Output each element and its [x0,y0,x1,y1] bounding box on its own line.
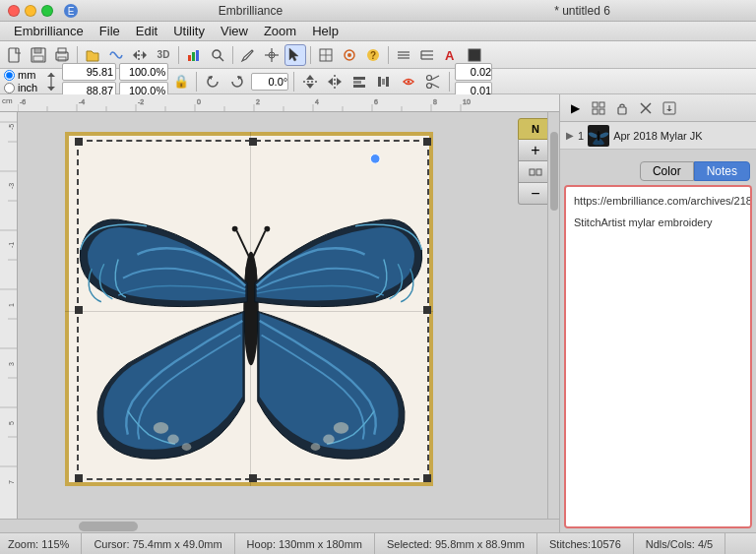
grid-button[interactable] [315,44,337,66]
chart-button[interactable] [183,44,205,66]
svg-text:-6: -6 [20,98,26,105]
svg-text:-5: -5 [8,124,15,130]
maximize-button[interactable] [41,5,53,17]
search-button[interactable] [207,44,228,66]
svg-text:-4: -4 [79,98,85,105]
flip-h2-button[interactable] [324,71,346,92]
svg-marker-10 [143,51,147,59]
svg-text:1: 1 [8,303,15,307]
inch-radio-row: inch [4,82,37,93]
notes-url: https://embrilliance.com/archives/2187 [574,195,742,207]
svg-rect-50 [378,77,381,87]
status-hoop: Hoop: 130mm x 180mm [235,533,375,554]
svg-line-57 [431,84,439,88]
svg-text:A: A [445,48,455,63]
drawing-canvas[interactable]: N + − [18,112,559,519]
window-title: Embrilliance [85,4,416,18]
status-selected: Selected: 95.8mm x 88.9mm [375,533,537,554]
svg-point-128 [598,131,600,141]
rotate-ccw-button[interactable] [202,71,223,92]
svg-text:-2: -2 [138,98,144,105]
distribute-button[interactable] [373,71,395,92]
notes-description: StitchArtist mylar embroidery [574,216,742,228]
svg-point-113 [323,435,335,445]
mm-radio[interactable] [4,70,15,81]
menu-zoom[interactable]: Zoom [256,22,304,40]
resize-arrows-button[interactable] [43,71,59,92]
menu-utility[interactable]: Utility [165,22,213,40]
status-ndls: Ndls/Cols: 4/5 [634,533,725,554]
lock-icon[interactable]: 🔒 [173,74,189,89]
svg-point-115 [370,154,380,164]
list-button2[interactable] [416,44,438,66]
minimize-button[interactable] [25,5,36,17]
svg-text:2: 2 [256,98,260,105]
panel-close-button[interactable] [635,97,657,119]
scissors-button[interactable] [422,71,444,92]
butterfly-svg [71,136,431,482]
menu-embrilliance[interactable]: Embrilliance [6,22,92,40]
panel-lock-button[interactable] [611,97,633,119]
panel-play-button[interactable]: ▶ [564,97,586,119]
panel-grid-button[interactable] [588,97,609,119]
object-button[interactable] [339,44,360,66]
svg-text:E: E [68,6,75,17]
width-pct-input[interactable] [119,63,168,81]
svg-rect-5 [33,56,43,61]
layer-expand[interactable]: ▶ [566,130,574,141]
menu-edit[interactable]: Edit [128,22,165,40]
svg-rect-35 [469,49,480,61]
h-scroll-thumb[interactable] [79,522,138,531]
layer-item[interactable]: ▶ 1 Apr 2018 Mylar JK [560,122,756,150]
ruler-left: -5 -3 -1 1 3 5 7 [0,112,18,519]
svg-point-110 [167,435,179,445]
flip-v-button[interactable] [299,71,321,92]
align-button[interactable] [348,71,370,92]
new-button[interactable] [4,44,26,66]
rotate-cw-button[interactable] [226,71,248,92]
panel-toolbar: ▶ [560,94,756,122]
svg-marker-43 [306,84,314,89]
close-button[interactable] [8,5,20,17]
angle-input[interactable] [251,73,288,91]
ruler-unit-label: cm [2,96,13,105]
inch-label: inch [18,82,37,93]
menu-file[interactable]: File [92,22,128,40]
width-input[interactable] [62,63,116,81]
menu-help[interactable]: Help [304,22,346,40]
svg-point-109 [154,422,168,434]
small-input-1[interactable] [455,63,492,81]
loop-button[interactable] [398,71,419,92]
svg-line-15 [220,57,223,61]
crosshair-button[interactable] [261,44,283,66]
toolbar-row-2: mm inch 🔒 [0,69,756,94]
panel-export-button[interactable] [659,97,680,119]
h-scroll-bar[interactable] [0,519,559,532]
menu-bar: Embrilliance File Edit Utility View Zoom… [0,22,756,41]
3d-label: 3D [158,49,170,60]
svg-line-105 [237,231,251,262]
svg-marker-19 [289,48,298,61]
svg-rect-13 [196,50,199,61]
unit-selector: mm inch [4,69,37,93]
svg-point-107 [232,226,238,232]
status-zoom: Zoom: 115% [8,533,82,554]
svg-rect-4 [34,48,41,53]
svg-marker-37 [47,73,55,77]
list-button1[interactable] [393,44,414,66]
save-button[interactable] [28,44,49,66]
question-button[interactable]: ? [362,44,384,66]
svg-line-56 [431,76,439,80]
v-scroll[interactable] [547,112,559,519]
cursor-button[interactable] [284,44,306,66]
menu-view[interactable]: View [213,22,256,40]
notes-tab[interactable]: Notes [694,161,750,181]
pen-button[interactable] [237,44,259,66]
inch-radio[interactable] [4,83,15,93]
notes-content-box[interactable]: https://embrilliance.com/archives/2187 S… [564,185,752,528]
notes-tab-bar: Color Notes [564,161,750,181]
v-scroll-thumb[interactable] [550,132,558,211]
color-tab[interactable]: Color [640,161,694,181]
svg-point-54 [427,75,432,80]
canvas-wrapper: cm -6 -4 -2 0 2 [0,94,559,532]
